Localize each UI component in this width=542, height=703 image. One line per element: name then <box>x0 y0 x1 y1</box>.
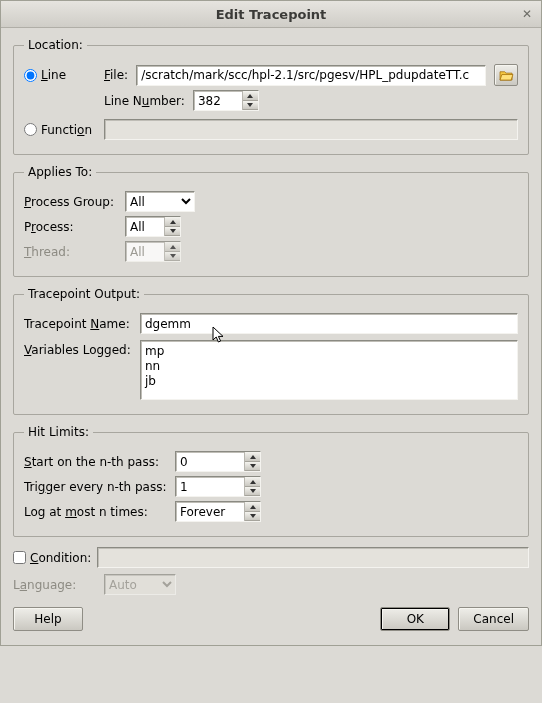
line-radio-label-tail: ine <box>48 68 66 82</box>
process-down-icon[interactable] <box>165 227 180 237</box>
applies-to-legend: Applies To: <box>24 165 96 179</box>
condition-input <box>97 547 529 568</box>
tracepoint-name-input[interactable] <box>140 313 518 334</box>
line-number-up-icon[interactable] <box>243 91 258 101</box>
process-group-select[interactable]: All <box>125 191 195 212</box>
log-at-most-down-icon[interactable] <box>245 512 260 522</box>
start-pass-down-icon[interactable] <box>245 462 260 472</box>
trigger-every-down-icon[interactable] <box>245 487 260 497</box>
help-button[interactable]: Help <box>13 607 83 631</box>
browse-file-button[interactable] <box>494 64 518 86</box>
process-label: Process: <box>24 220 119 234</box>
thread-label: Thread: <box>24 245 119 259</box>
language-select: Auto <box>104 574 176 595</box>
close-icon[interactable]: ✕ <box>519 6 535 22</box>
log-at-most-up-icon[interactable] <box>245 502 260 512</box>
folder-open-icon <box>499 69 514 81</box>
variables-logged-label: Variables Logged: <box>24 340 134 357</box>
trigger-every-spin[interactable] <box>175 476 261 497</box>
start-pass-input[interactable] <box>176 452 244 471</box>
tracepoint-output-group: Tracepoint Output: Tracepoint Name: Vari… <box>13 287 529 415</box>
line-number-input[interactable] <box>194 91 242 110</box>
edit-tracepoint-dialog: Edit Tracepoint ✕ Location: Line File: <box>0 0 542 646</box>
thread-down-icon <box>165 252 180 262</box>
start-pass-spin[interactable] <box>175 451 261 472</box>
process-group-label: Process Group: <box>24 195 119 209</box>
trigger-every-input[interactable] <box>176 477 244 496</box>
hit-limits-legend: Hit Limits: <box>24 425 93 439</box>
ok-button[interactable]: OK <box>380 607 450 631</box>
window-title: Edit Tracepoint <box>216 7 327 22</box>
variables-logged-input[interactable] <box>140 340 518 400</box>
line-radio[interactable]: Line <box>24 68 96 82</box>
log-at-most-input[interactable] <box>176 502 244 521</box>
trigger-every-label: Trigger every n-th pass: <box>24 480 169 494</box>
start-pass-up-icon[interactable] <box>245 452 260 462</box>
tracepoint-name-label: Tracepoint Name: <box>24 317 134 331</box>
function-input <box>104 119 518 140</box>
thread-input <box>126 242 164 261</box>
line-number-spin[interactable] <box>193 90 259 111</box>
process-input[interactable] <box>126 217 164 236</box>
log-at-most-label: Log at most n times: <box>24 505 169 519</box>
location-legend: Location: <box>24 38 87 52</box>
function-radio[interactable]: Function <box>24 123 96 137</box>
location-group: Location: Line File: Line Number: <box>13 38 529 155</box>
hit-limits-group: Hit Limits: Start on the n-th pass: Trig… <box>13 425 529 537</box>
titlebar: Edit Tracepoint ✕ <box>1 1 541 28</box>
thread-spin <box>125 241 181 262</box>
language-label: Language: <box>13 578 98 592</box>
line-number-label: Line Number: <box>104 94 185 108</box>
line-number-down-icon[interactable] <box>243 101 258 111</box>
cancel-button[interactable]: Cancel <box>458 607 529 631</box>
log-at-most-spin[interactable] <box>175 501 261 522</box>
start-pass-label: Start on the n-th pass: <box>24 455 169 469</box>
applies-to-group: Applies To: Process Group: All Process: <box>13 165 529 277</box>
trigger-every-up-icon[interactable] <box>245 477 260 487</box>
condition-check[interactable]: Condition: <box>13 551 91 565</box>
process-spin[interactable] <box>125 216 181 237</box>
process-up-icon[interactable] <box>165 217 180 227</box>
file-label: File: <box>104 68 128 82</box>
tracepoint-output-legend: Tracepoint Output: <box>24 287 144 301</box>
thread-up-icon <box>165 242 180 252</box>
file-input[interactable] <box>136 65 486 86</box>
